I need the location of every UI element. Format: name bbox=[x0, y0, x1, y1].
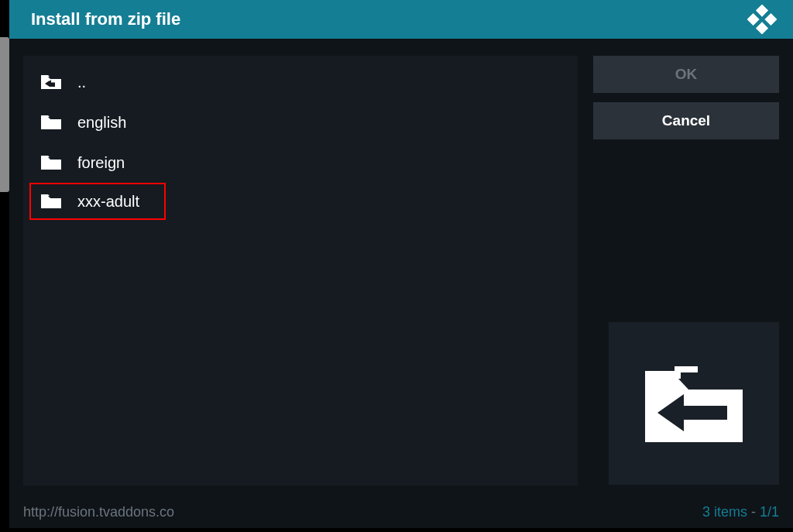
file-item-english[interactable]: english bbox=[23, 102, 578, 142]
file-item-xxx-adult[interactable]: xxx-adult bbox=[29, 183, 166, 220]
footer-path: http://fusion.tvaddons.co bbox=[23, 504, 174, 520]
footer-status: 3 items - 1/1 bbox=[702, 504, 779, 520]
footer-items: 3 items bbox=[702, 504, 747, 520]
svg-rect-2 bbox=[764, 13, 777, 26]
svg-rect-7 bbox=[675, 366, 698, 372]
kodi-logo-icon bbox=[747, 4, 778, 35]
svg-rect-1 bbox=[747, 13, 760, 26]
left-tab bbox=[0, 37, 9, 192]
preview-panel bbox=[609, 322, 779, 485]
footer-separator: - bbox=[751, 504, 760, 520]
dialog-window: Install from zip file bbox=[9, 0, 793, 528]
svg-rect-3 bbox=[756, 22, 768, 34]
dialog-title: Install from zip file bbox=[31, 9, 180, 29]
dialog-footer: http://fusion.tvaddons.co 3 items - 1/1 bbox=[9, 500, 793, 528]
file-label: english bbox=[77, 114, 126, 132]
folder-back-icon bbox=[636, 357, 752, 450]
cancel-button[interactable]: Cancel bbox=[593, 102, 779, 139]
svg-rect-0 bbox=[756, 5, 768, 17]
svg-rect-5 bbox=[49, 83, 55, 85]
folder-up-icon bbox=[39, 73, 64, 91]
folder-icon bbox=[39, 192, 64, 211]
right-panel: OK Cancel bbox=[593, 56, 787, 500]
file-label: xxx-adult bbox=[77, 193, 139, 211]
file-label: foreign bbox=[77, 154, 125, 172]
dialog-header: Install from zip file bbox=[9, 0, 793, 39]
file-list[interactable]: .. english foreign bbox=[23, 56, 578, 486]
file-label: .. bbox=[77, 74, 86, 91]
file-item-foreign[interactable]: foreign bbox=[23, 142, 578, 183]
dialog-body: .. english foreign bbox=[9, 39, 793, 500]
svg-rect-9 bbox=[681, 406, 727, 420]
ok-button[interactable]: OK bbox=[593, 56, 779, 93]
folder-icon bbox=[39, 113, 64, 132]
footer-page: 1/1 bbox=[760, 504, 779, 520]
folder-icon bbox=[39, 153, 64, 172]
file-item-up[interactable]: .. bbox=[23, 62, 578, 102]
